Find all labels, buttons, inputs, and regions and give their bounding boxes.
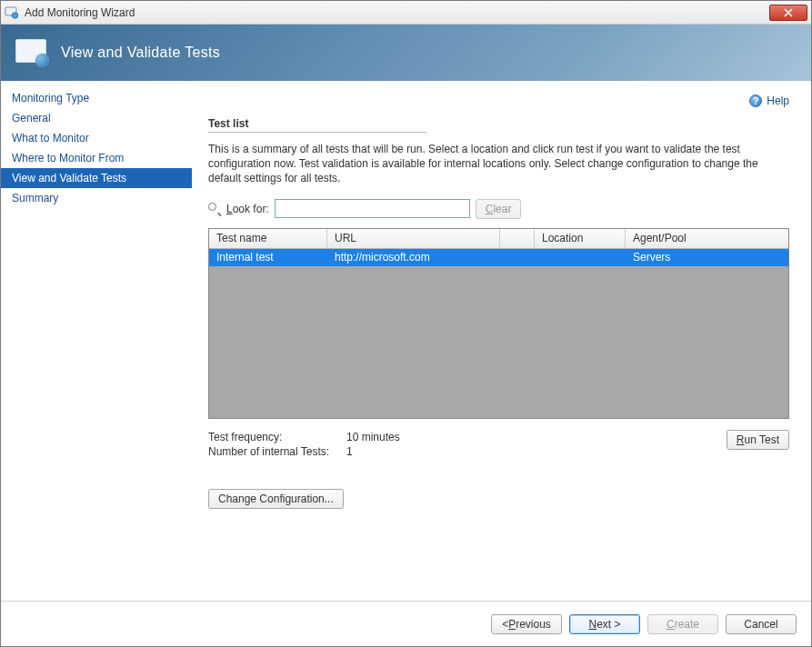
banner-icon: [15, 39, 48, 66]
cell-url: http://microsoft.com: [327, 249, 500, 266]
previous-button[interactable]: < Previous: [491, 614, 562, 634]
sidebar-item-where-to-monitor-from[interactable]: Where to Monitor From: [1, 148, 192, 168]
help-icon: ?: [749, 95, 762, 107]
window-title: Add Monitoring Wizard: [25, 6, 769, 19]
close-button[interactable]: [769, 5, 807, 21]
cell-test-name: Internal test: [209, 249, 327, 266]
cell-location: [535, 249, 626, 266]
col-header-agent-pool[interactable]: Agent/Pool: [626, 229, 788, 248]
test-grid: Test name URL Location Agent/Pool Intern…: [208, 228, 789, 419]
clear-button[interactable]: Clear: [476, 199, 522, 219]
help-link[interactable]: ? Help: [749, 95, 789, 107]
app-icon: [5, 5, 19, 20]
change-configuration-button[interactable]: Change Configuration...: [208, 489, 344, 509]
sidebar-item-summary[interactable]: Summary: [1, 188, 192, 208]
sidebar-item-view-and-validate-tests[interactable]: View and Validate Tests: [1, 168, 192, 188]
create-button[interactable]: Create: [647, 614, 718, 634]
col-header-location[interactable]: Location: [535, 229, 626, 248]
body: Monitoring Type General What to Monitor …: [1, 81, 811, 601]
lookfor-label: Look for:: [226, 203, 269, 215]
summary-values: 10 minutes 1: [346, 430, 400, 461]
col-header-spacer[interactable]: [500, 229, 535, 248]
col-header-test-name[interactable]: Test name: [209, 229, 327, 248]
sidebar-item-what-to-monitor[interactable]: What to Monitor: [1, 128, 192, 148]
lookfor-row: Look for: Clear: [208, 199, 789, 219]
banner-title: View and Validate Tests: [61, 45, 220, 61]
freq-label: Test frequency:: [208, 430, 346, 445]
table-row[interactable]: Internal test http://microsoft.com Serve…: [209, 249, 788, 266]
titlebar: Add Monitoring Wizard: [1, 1, 811, 25]
cell-agent-pool: Servers: [626, 249, 788, 266]
sidebar-item-general[interactable]: General: [1, 108, 192, 128]
help-label: Help: [767, 95, 789, 107]
run-test-button[interactable]: Run Test: [727, 430, 789, 450]
cancel-button[interactable]: Cancel: [726, 614, 797, 634]
sidebar: Monitoring Type General What to Monitor …: [1, 81, 192, 601]
search-icon: [208, 203, 221, 215]
section-heading-divider: [208, 132, 426, 133]
summary-row: Test frequency: Number of internal Tests…: [208, 430, 789, 461]
wizard-window: Add Monitoring Wizard View and Validate …: [0, 0, 812, 647]
svg-point-1: [12, 12, 17, 17]
count-label: Number of internal Tests:: [208, 444, 346, 460]
section-heading: Test list: [208, 117, 789, 130]
summary-labels: Test frequency: Number of internal Tests…: [208, 430, 346, 461]
next-button[interactable]: Next >: [569, 614, 640, 634]
section-description: This is a summary of all tests that will…: [208, 142, 789, 186]
lookfor-input[interactable]: [275, 199, 470, 218]
grid-body[interactable]: Internal test http://microsoft.com Serve…: [209, 249, 788, 418]
main-panel: ? Help Test list This is a summary of al…: [192, 81, 811, 601]
cell-spacer: [500, 249, 535, 266]
col-header-url[interactable]: URL: [327, 229, 500, 248]
sidebar-item-monitoring-type[interactable]: Monitoring Type: [1, 88, 192, 108]
count-value: 1: [346, 444, 400, 460]
footer: < Previous Next > Create Cancel: [1, 601, 811, 646]
freq-value: 10 minutes: [346, 430, 400, 445]
grid-header: Test name URL Location Agent/Pool: [209, 229, 788, 249]
banner: View and Validate Tests: [1, 25, 811, 81]
